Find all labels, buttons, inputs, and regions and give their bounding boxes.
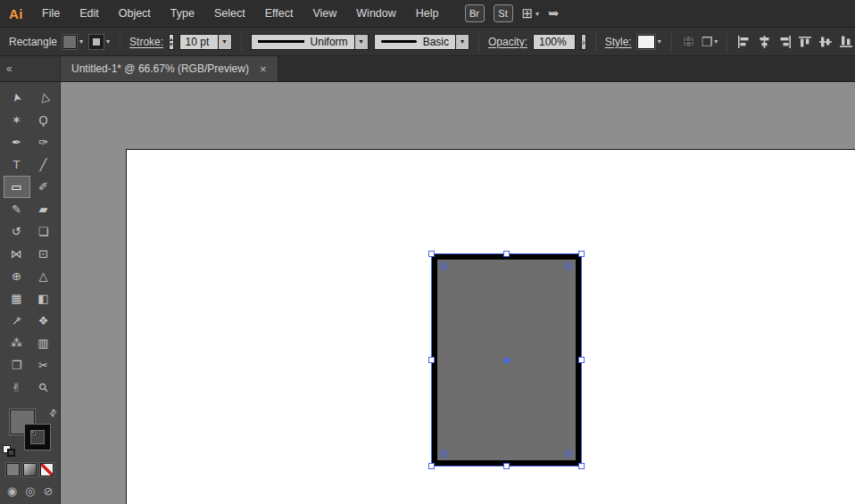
document-tab-bar: « Untitled-1* @ 66.67% (RGB/Preview) ×: [0, 56, 855, 82]
hand-tool[interactable]: ✌: [4, 376, 30, 399]
align-middle-button[interactable]: [818, 35, 834, 49]
style-panel-link[interactable]: Style:: [605, 36, 632, 48]
brush-definition-select[interactable]: Basic ▾: [374, 34, 469, 50]
shaper-tool[interactable]: ✎: [4, 198, 30, 220]
close-icon[interactable]: ×: [260, 63, 267, 75]
menu-item-file[interactable]: File: [32, 0, 70, 27]
align-center-button[interactable]: [757, 35, 772, 49]
selection-handle-w[interactable]: [428, 357, 435, 363]
opacity-panel-link[interactable]: Opacity:: [488, 36, 527, 48]
align-left-button[interactable]: [736, 35, 751, 49]
type-tool[interactable]: T: [4, 153, 30, 176]
rotate-tool[interactable]: ↺: [4, 220, 30, 243]
stroke-profile-select[interactable]: Uniform ▾: [251, 34, 369, 50]
shape-builder-tool[interactable]: ⊕: [4, 265, 30, 287]
mesh-tool[interactable]: ▦: [4, 287, 30, 310]
align-bottom-button[interactable]: [839, 35, 854, 49]
draw-normal-icon[interactable]: ◉: [7, 484, 17, 498]
selection-handle-e[interactable]: [578, 357, 585, 363]
document-tab[interactable]: Untitled-1* @ 66.67% (RGB/Preview) ×: [61, 56, 278, 81]
zoom-tool[interactable]: ⚲: [30, 376, 57, 399]
menu-item-window[interactable]: Window: [346, 0, 405, 27]
eraser-tool[interactable]: ▰: [30, 198, 57, 220]
slice-tool[interactable]: ✂: [30, 354, 57, 376]
stroke-color-control[interactable]: ▾: [89, 35, 111, 49]
sync-icon[interactable]: ➥: [548, 5, 560, 21]
fill-swatch[interactable]: [62, 35, 77, 49]
fill-color-control[interactable]: ▾: [62, 35, 84, 49]
menu-item-object[interactable]: Object: [109, 0, 161, 27]
align-right-button[interactable]: [777, 35, 793, 49]
magic-wand-tool[interactable]: ✶: [4, 109, 30, 131]
lasso-tool[interactable]: Ϙ: [30, 109, 57, 131]
context-label: Rectangle: [9, 36, 57, 48]
selection-handle-nw[interactable]: [428, 251, 435, 257]
direct-selection-tool[interactable]: ▷: [30, 87, 57, 109]
paintbrush-tool[interactable]: ✐: [30, 176, 57, 198]
collapse-tools-panel-button[interactable]: «: [0, 56, 61, 81]
stepper-down-icon[interactable]: ▾: [170, 42, 173, 47]
menu-item-help[interactable]: Help: [406, 0, 449, 27]
column-graph-tool[interactable]: ▥: [30, 332, 57, 354]
chevron-down-icon[interactable]: ▾: [355, 34, 369, 50]
gradient-tool[interactable]: ◧: [30, 287, 57, 310]
selected-rectangle[interactable]: [431, 253, 582, 467]
color-mode-button[interactable]: [6, 463, 20, 476]
stroke-panel-link[interactable]: Stroke:: [129, 36, 163, 48]
selection-handle-s[interactable]: [503, 463, 510, 469]
align-top-button[interactable]: [798, 35, 813, 49]
corner-widget-se[interactable]: [565, 450, 573, 458]
free-transform-tool[interactable]: ⊡: [30, 243, 57, 265]
width-tool[interactable]: ⋈: [4, 243, 30, 265]
swap-fill-stroke-icon[interactable]: ⇄: [46, 407, 59, 419]
stroke-weight-select[interactable]: 10 pt ▾: [179, 34, 232, 50]
selection-tool[interactable]: ➤: [4, 87, 30, 109]
line-segment-tool[interactable]: ╱: [30, 153, 57, 176]
bridge-button[interactable]: Br: [465, 4, 485, 22]
symbol-sprayer-tool[interactable]: ⁂: [4, 332, 30, 354]
chevron-down-icon[interactable]: ▾: [219, 34, 232, 50]
selection-handle-sw[interactable]: [428, 463, 435, 469]
stock-button[interactable]: St: [494, 4, 513, 22]
stroke-proxy-swatch[interactable]: [25, 425, 50, 450]
chevron-down-icon[interactable]: ▾: [456, 34, 469, 50]
eyedropper-tool[interactable]: ⊸: [4, 310, 30, 332]
corner-widget-sw[interactable]: [440, 450, 448, 458]
style-swatch[interactable]: [637, 35, 655, 49]
artboard-tool[interactable]: ❐: [4, 354, 30, 376]
menu-item-type[interactable]: Type: [161, 0, 204, 27]
arrange-documents-button[interactable]: ⊞ ▾: [522, 5, 540, 21]
selection-handle-se[interactable]: [578, 463, 585, 469]
curvature-tool[interactable]: ✑: [30, 131, 57, 153]
draw-behind-icon[interactable]: ◎: [25, 484, 35, 498]
pen-tool[interactable]: ✒: [4, 131, 30, 153]
style-select[interactable]: ▾: [637, 35, 662, 49]
center-point[interactable]: [504, 358, 510, 363]
canvas[interactable]: [61, 82, 855, 504]
opacity-flyout-arrow[interactable]: ›: [581, 34, 586, 50]
rectangle-tool[interactable]: ▭: [4, 176, 30, 198]
menu-item-effect[interactable]: Effect: [255, 0, 303, 27]
stroke-weight-stepper[interactable]: ▴ ▾: [169, 34, 174, 50]
selection-handle-ne[interactable]: [578, 251, 585, 257]
gradient-mode-button[interactable]: [23, 463, 37, 476]
draw-inside-icon[interactable]: ⊘: [43, 484, 53, 498]
stroke-swatch[interactable]: [89, 35, 104, 49]
default-fill-stroke-button[interactable]: [3, 445, 17, 458]
brush-value: Basic: [423, 36, 449, 48]
perspective-grid-tool[interactable]: △: [30, 265, 57, 287]
opacity-value-field[interactable]: 100%: [533, 34, 576, 50]
blend-tool[interactable]: ❖: [30, 310, 57, 332]
corner-widget-ne[interactable]: [565, 262, 573, 270]
menu-item-view[interactable]: View: [303, 0, 346, 27]
menu-item-edit[interactable]: Edit: [70, 0, 109, 27]
none-mode-button[interactable]: [40, 463, 54, 476]
stroke-weight-value[interactable]: 10 pt: [179, 34, 219, 50]
selection-handle-n[interactable]: [503, 251, 510, 257]
scale-tool[interactable]: ❏: [30, 220, 57, 243]
document-setup-button[interactable]: ❒ ▾: [701, 35, 718, 49]
menu-item-select[interactable]: Select: [204, 0, 255, 27]
drawing-mode-buttons: ◉ ◎ ⊘: [7, 484, 54, 498]
publish-online-button[interactable]: [681, 34, 696, 49]
corner-widget-nw[interactable]: [440, 262, 448, 270]
